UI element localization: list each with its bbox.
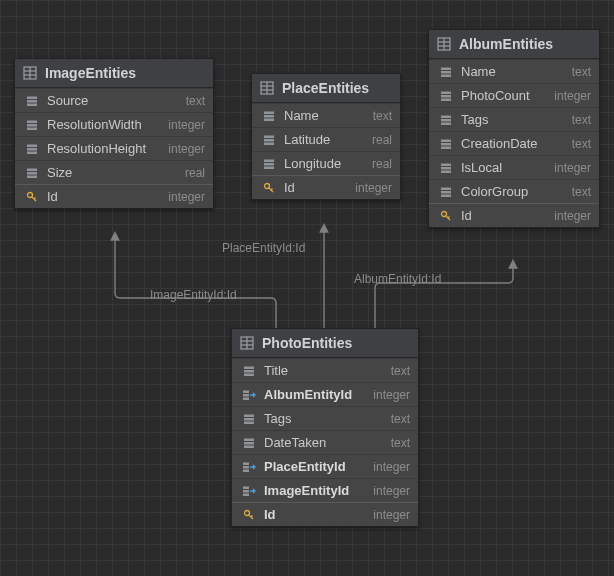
fk-icon bbox=[240, 461, 258, 473]
svg-rect-64 bbox=[244, 366, 254, 369]
svg-rect-25 bbox=[264, 118, 274, 121]
entity-title: AlbumEntities bbox=[459, 36, 553, 52]
entity-album[interactable]: AlbumEntities Name text PhotoCount integ… bbox=[428, 29, 600, 228]
column-row[interactable]: CreationDate text bbox=[429, 131, 599, 155]
column-row[interactable]: Source text bbox=[15, 88, 213, 112]
entity-header[interactable]: AlbumEntities bbox=[429, 30, 599, 59]
column-row[interactable]: DateTaken text bbox=[232, 430, 418, 454]
svg-rect-27 bbox=[264, 139, 274, 142]
column-row[interactable]: ResolutionWidth integer bbox=[15, 112, 213, 136]
svg-rect-74 bbox=[244, 442, 254, 445]
rel-label-image: ImageEntityId:Id bbox=[150, 288, 237, 302]
key-icon bbox=[23, 191, 41, 203]
column-type: integer bbox=[168, 190, 205, 204]
svg-rect-72 bbox=[244, 421, 254, 424]
svg-rect-69 bbox=[243, 397, 249, 400]
column-name: ColorGroup bbox=[461, 184, 564, 199]
column-row[interactable]: Longitude real bbox=[252, 151, 400, 175]
pk-row[interactable]: Id integer bbox=[15, 184, 213, 208]
column-row[interactable]: Name text bbox=[252, 103, 400, 127]
column-icon bbox=[23, 143, 41, 155]
column-type: integer bbox=[373, 508, 410, 522]
svg-rect-46 bbox=[441, 119, 451, 122]
pk-row[interactable]: Id integer bbox=[232, 502, 418, 526]
svg-rect-23 bbox=[264, 111, 274, 114]
column-row[interactable]: ResolutionHeight integer bbox=[15, 136, 213, 160]
column-name: DateTaken bbox=[264, 435, 383, 450]
table-icon bbox=[23, 66, 37, 80]
column-type: text bbox=[572, 137, 591, 151]
column-row[interactable]: PhotoCount integer bbox=[429, 83, 599, 107]
svg-rect-81 bbox=[243, 493, 249, 496]
column-row[interactable]: ImageEntityId integer bbox=[232, 478, 418, 502]
svg-rect-66 bbox=[244, 373, 254, 376]
svg-rect-12 bbox=[27, 151, 37, 154]
column-name: Latitude bbox=[284, 132, 364, 147]
column-icon bbox=[437, 114, 455, 126]
column-icon bbox=[240, 437, 258, 449]
column-name: CreationDate bbox=[461, 136, 564, 151]
svg-rect-11 bbox=[27, 148, 37, 151]
table-icon bbox=[240, 336, 254, 350]
svg-rect-50 bbox=[441, 146, 451, 149]
entity-header[interactable]: PhotoEntities bbox=[232, 329, 418, 358]
entity-place[interactable]: PlaceEntities Name text Latitude real Lo… bbox=[251, 73, 401, 200]
column-row[interactable]: Title text bbox=[232, 358, 418, 382]
svg-rect-9 bbox=[27, 127, 37, 130]
column-type: integer bbox=[168, 118, 205, 132]
svg-rect-48 bbox=[441, 139, 451, 142]
pk-row[interactable]: Id integer bbox=[252, 175, 400, 199]
fk-icon bbox=[240, 485, 258, 497]
svg-rect-13 bbox=[27, 168, 37, 171]
rel-label-album: AlbumEntityId:Id bbox=[354, 272, 441, 286]
column-row[interactable]: Latitude real bbox=[252, 127, 400, 151]
svg-rect-15 bbox=[27, 175, 37, 178]
svg-rect-51 bbox=[441, 163, 451, 166]
column-row[interactable]: ColorGroup text bbox=[429, 179, 599, 203]
svg-rect-77 bbox=[243, 466, 249, 469]
column-name: Longitude bbox=[284, 156, 364, 171]
column-row[interactable]: Size real bbox=[15, 160, 213, 184]
svg-rect-49 bbox=[441, 143, 451, 146]
entity-image[interactable]: ImageEntities Source text ResolutionWidt… bbox=[14, 58, 214, 209]
column-type: integer bbox=[168, 142, 205, 156]
entity-header[interactable]: PlaceEntities bbox=[252, 74, 400, 103]
svg-rect-29 bbox=[264, 159, 274, 162]
column-type: real bbox=[185, 166, 205, 180]
column-type: integer bbox=[355, 181, 392, 195]
column-type: integer bbox=[373, 484, 410, 498]
svg-rect-54 bbox=[441, 187, 451, 190]
column-type: integer bbox=[554, 89, 591, 103]
key-icon bbox=[260, 182, 278, 194]
column-icon bbox=[437, 162, 455, 174]
column-row[interactable]: IsLocal integer bbox=[429, 155, 599, 179]
svg-rect-42 bbox=[441, 91, 451, 94]
svg-rect-5 bbox=[27, 100, 37, 103]
entity-header[interactable]: ImageEntities bbox=[15, 59, 213, 88]
svg-rect-43 bbox=[441, 95, 451, 98]
column-row[interactable]: Name text bbox=[429, 59, 599, 83]
column-type: text bbox=[186, 94, 205, 108]
column-row[interactable]: Tags text bbox=[232, 406, 418, 430]
column-row[interactable]: PlaceEntityId integer bbox=[232, 454, 418, 478]
key-icon bbox=[437, 210, 455, 222]
pk-row[interactable]: Id integer bbox=[429, 203, 599, 227]
column-name: Tags bbox=[264, 411, 383, 426]
fk-icon bbox=[240, 389, 258, 401]
column-name: Tags bbox=[461, 112, 564, 127]
column-icon bbox=[240, 413, 258, 425]
column-type: text bbox=[373, 109, 392, 123]
column-row[interactable]: AlbumEntityId integer bbox=[232, 382, 418, 406]
column-icon bbox=[260, 110, 278, 122]
svg-rect-65 bbox=[244, 370, 254, 373]
svg-rect-53 bbox=[441, 170, 451, 173]
column-row[interactable]: Tags text bbox=[429, 107, 599, 131]
column-name: ResolutionWidth bbox=[47, 117, 160, 132]
column-icon bbox=[437, 66, 455, 78]
entity-photo[interactable]: PhotoEntities Title text AlbumEntityId i… bbox=[231, 328, 419, 527]
column-type: text bbox=[572, 113, 591, 127]
svg-rect-79 bbox=[243, 486, 249, 489]
svg-line-34 bbox=[271, 188, 273, 190]
column-icon bbox=[437, 186, 455, 198]
entity-title: PhotoEntities bbox=[262, 335, 352, 351]
